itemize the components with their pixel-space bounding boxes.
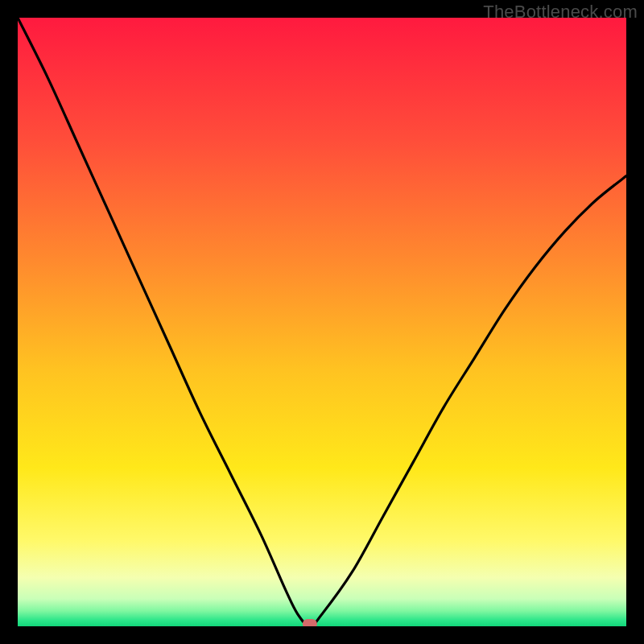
chart-frame: TheBottleneck.com (0, 0, 644, 644)
chart-svg (18, 18, 626, 626)
plot-area (18, 18, 626, 626)
minimum-marker-icon (303, 619, 317, 626)
gradient-background (18, 18, 626, 626)
